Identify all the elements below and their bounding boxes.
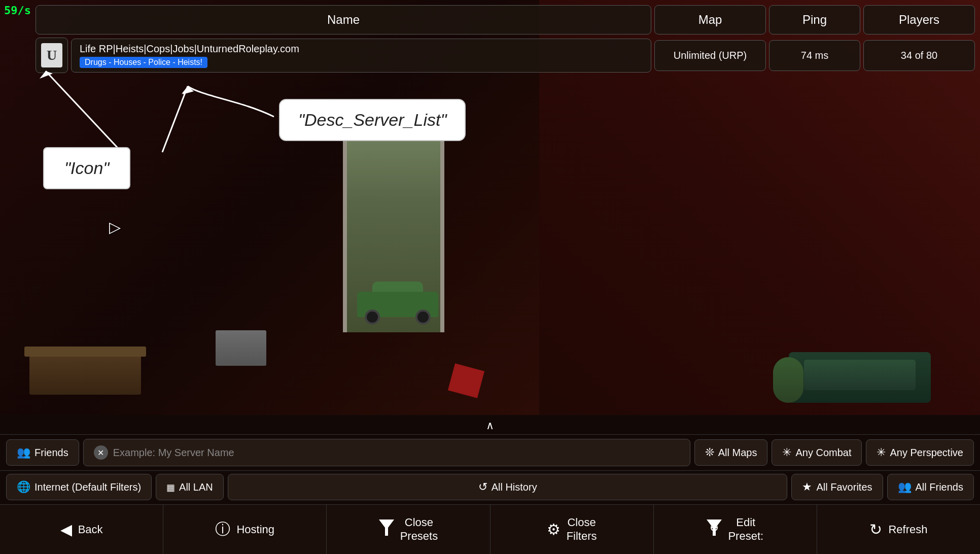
svg-marker-3 [182,86,193,94]
favorites-filter-btn[interactable]: ★ All Favorites [791,474,883,500]
maps-filter-btn[interactable]: ❊ All Maps [694,439,768,466]
filter-row-2: 🌐 Internet (Default Filters) ▦ All LAN ↺… [0,470,980,504]
history-icon: ↺ [478,480,487,494]
header-map: Map [654,5,766,34]
column-headers: Name Map Ping Players [36,5,975,34]
bottom-panel: ∧ 👥 Friends ✕ Example: My Server Name ❊ … [0,415,980,554]
maps-icon: ❊ [705,446,714,459]
server-icon: U [41,43,62,67]
close-filters-button[interactable]: ⚙ CloseFilters [491,505,654,554]
server-players-cell: 34 of 80 [863,40,975,71]
combat-icon: ✳ [782,446,791,459]
ui-overlay: 59/s Name Map Ping Players U [0,0,980,554]
server-name-text: Life RP|Heists|Cops|Jobs|UnturnedRolepla… [80,43,643,55]
perspective-filter-btn[interactable]: ✳ Any Perspective [866,439,974,466]
server-row[interactable]: U Life RP|Heists|Cops|Jobs|UnturnedRolep… [36,38,975,73]
collapse-button[interactable]: ∧ [0,415,980,434]
filter-funnel-icon [379,520,394,539]
edit-preset-icon [707,520,722,539]
favorites-icon: ★ [802,480,812,494]
edit-preset-label: EditPreset: [728,516,763,543]
server-ping-cell: 74 ms [769,40,860,71]
perspective-icon: ✳ [877,446,886,459]
bottom-action-buttons: ◀ Back ⓘ Hosting ClosePresets ⚙ C [0,504,980,554]
clear-search-icon[interactable]: ✕ [94,445,108,460]
close-filters-label: CloseFilters [567,516,597,543]
internet-icon: 🌐 [17,480,30,494]
friends-icon: 👥 [17,446,30,459]
server-tags: Drugs - Houses - Police - Heists! [80,57,207,68]
back-button[interactable]: ◀ Back [0,505,163,554]
collapse-chevron-icon: ∧ [486,419,494,432]
hosting-icon: ⓘ [215,519,230,540]
gear-icon: ⚙ [547,521,561,538]
cursor: ▷ [109,218,121,236]
history-filter-btn[interactable]: ↺ All History [228,474,788,500]
search-placeholder: Example: My Server Name [113,447,234,459]
refresh-button[interactable]: ↻ Refresh [817,505,980,554]
server-name-cell[interactable]: Life RP|Heists|Cops|Jobs|UnturnedRolepla… [71,39,651,73]
server-list-container: Name Map Ping Players U Life RP|Heists|C… [36,5,975,73]
back-icon: ◀ [60,521,72,538]
internet-filter-btn[interactable]: 🌐 Internet (Default Filters) [6,474,152,500]
svg-marker-4 [183,86,194,94]
close-presets-label: ClosePresets [400,516,438,543]
combat-filter-btn[interactable]: ✳ Any Combat [772,439,862,466]
edit-preset-button[interactable]: EditPreset: [654,505,817,554]
header-ping: Ping [769,5,860,34]
svg-line-0 [46,71,122,152]
refresh-icon: ↻ [869,521,882,538]
all-friends-icon: 👥 [898,480,912,494]
server-icon-cell: U [36,38,68,73]
friends-filter-btn[interactable]: 👥 Friends [6,439,79,466]
header-name: Name [36,5,651,34]
lan-filter-btn[interactable]: ▦ All LAN [156,474,224,500]
fps-counter: 59/s [4,4,31,17]
svg-line-2 [162,86,188,152]
icon-annotation-label: "Icon" [43,147,130,189]
hosting-button[interactable]: ⓘ Hosting [163,505,327,554]
filter-row-1: 👥 Friends ✕ Example: My Server Name ❊ Al… [0,434,980,470]
server-map-cell: Unlimited (URP) [654,40,766,71]
lan-icon: ▦ [166,480,175,494]
close-presets-button[interactable]: ClosePresets [327,505,490,554]
server-search-input[interactable]: ✕ Example: My Server Name [83,439,690,466]
all-friends-filter-btn[interactable]: 👥 All Friends [887,474,974,500]
svg-marker-5 [379,520,394,536]
desc-annotation-label: "Desc_Server_List" [279,99,466,141]
header-players: Players [863,5,975,34]
